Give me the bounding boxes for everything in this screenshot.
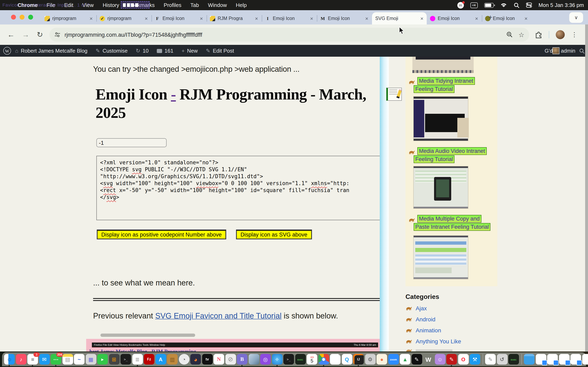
menu-bar-clock[interactable]: Mon 5 Jan 3:36 pm <box>538 2 584 8</box>
admin-updates[interactable]: ↻ 10 <box>132 48 153 54</box>
dock-terminal-2-icon[interactable]: >_ <box>283 354 294 365</box>
category-partial[interactable] <box>406 349 497 351</box>
tab-close-icon[interactable]: × <box>255 15 258 21</box>
dock-opera-icon[interactable]: O <box>458 354 468 365</box>
extensions-icon[interactable] <box>535 31 542 38</box>
admin-new[interactable]: + New <box>177 48 202 54</box>
tutorial-thumbnail-3[interactable] <box>413 235 468 279</box>
dock-doc-stack-icon[interactable] <box>582 354 588 365</box>
tab-rjm-programming[interactable]: RJM Progra × <box>207 12 261 25</box>
memo-icon[interactable] <box>386 88 402 101</box>
dock-no-sign-icon[interactable]: ⊘ <box>225 354 236 365</box>
dock-music-icon[interactable]: ♪ <box>16 354 26 365</box>
tab-emoji-icon-4[interactable]: Emoji Icon × <box>427 12 481 25</box>
category-ajax[interactable]: Ajax <box>406 305 497 312</box>
admin-search-icon[interactable] <box>579 48 585 54</box>
display-codepoint-button[interactable]: Display icon as positive codepoint Numbe… <box>97 230 226 239</box>
dock-books-icon[interactable]: ▥ <box>167 354 178 365</box>
dock-filezilla-icon[interactable]: Fz <box>144 354 154 365</box>
menu-profiles[interactable]: Profiles <box>159 2 186 8</box>
tutorial-thumbnail-1[interactable] <box>413 96 468 141</box>
dock-red-editor-icon[interactable]: ✎ <box>446 354 457 365</box>
dock-notes-icon[interactable]: ▤ <box>62 354 73 365</box>
site-settings-icon[interactable] <box>54 32 61 38</box>
url-text[interactable]: rjmprogramming.com.au/ITblog/?p=71548&jg… <box>65 32 506 38</box>
dock-downloads-folder-icon[interactable] <box>524 354 535 365</box>
dock-recycle-icon[interactable]: ↺ <box>497 354 507 365</box>
dock-maps-icon[interactable]: ▲ <box>400 354 410 365</box>
dock-zoom-icon[interactable]: zoom <box>388 354 399 365</box>
spotlight-search-icon[interactable] <box>513 2 519 8</box>
tab-emoji-icon-3[interactable]: M Emoji Icon × <box>317 12 372 25</box>
admin-customise[interactable]: ✎ Customise <box>91 48 132 54</box>
dock-apple-tv-icon[interactable]: tv <box>202 354 213 365</box>
tab-svg-emoji-active[interactable]: SVG Emoji × <box>372 12 427 25</box>
dock-doc-stack-icon[interactable] <box>559 354 570 365</box>
dock-safari-icon[interactable]: ✧ <box>272 354 282 365</box>
dock-chrome-icon[interactable] <box>318 354 329 365</box>
dock-terminal-icon[interactable]: >_ <box>121 354 131 365</box>
input-source-icon[interactable]: ≡⌘ <box>470 2 477 8</box>
window-scrollbar[interactable] <box>585 25 588 351</box>
dock-textedit-icon[interactable]: ≣ <box>132 354 143 365</box>
admin-avatar[interactable] <box>553 47 559 54</box>
category-android[interactable]: Android <box>406 316 497 323</box>
tab-emoji-icon-1[interactable]: F Emoji Icon × <box>151 12 206 25</box>
tab-rjmprogramming-1[interactable]: rjmprogram × <box>41 12 96 25</box>
dock-calculator-icon[interactable]: ⊞ <box>109 354 120 365</box>
title-dash-link[interactable]: - <box>171 86 176 103</box>
window-close-button[interactable] <box>11 15 16 20</box>
dock-palette-icon[interactable]: ● <box>376 354 387 365</box>
control-center-icon[interactable] <box>526 2 532 8</box>
tab-close-icon[interactable]: × <box>525 15 527 21</box>
window-minimize-button[interactable] <box>20 15 25 20</box>
dock-doc-stack-icon[interactable] <box>571 354 581 365</box>
tab-close-icon[interactable]: × <box>90 15 93 21</box>
dock-freeform-icon[interactable]: ~ <box>74 354 85 365</box>
dock-tooth-icon[interactable]: W <box>423 354 434 365</box>
dock-messages-icon[interactable]: ⋯204 <box>51 354 61 365</box>
zoom-level-icon[interactable] <box>506 31 513 38</box>
wifi-icon[interactable] <box>500 2 507 8</box>
tab-close-icon[interactable]: × <box>365 15 368 21</box>
category-anything-you-like[interactable]: Anything You Like <box>406 338 497 345</box>
dock-app-store-icon[interactable]: A <box>155 354 166 365</box>
tab-rjmprogramming-2[interactable]: ✓ rjmprogram × <box>96 12 151 25</box>
back-button[interactable]: ← <box>7 30 15 39</box>
dock-stickies-icon[interactable]: ✎ <box>485 354 496 365</box>
menu-tab[interactable]: Tab <box>186 2 204 8</box>
svg-emoji-favicon-tutorial-link[interactable]: SVG Emoji Favicon and Title Tutorial <box>155 312 282 320</box>
menu-window[interactable]: Window <box>204 2 232 8</box>
admin-site-name[interactable]: ⌂ Robert James Metcalfe Blog <box>11 48 91 54</box>
dock-calendar-icon[interactable]: JAN5 <box>307 354 317 365</box>
new-tab-button[interactable]: + <box>488 13 493 22</box>
dock-document-icon[interactable] <box>330 354 341 365</box>
dock-reminders-icon[interactable]: ≡3 <box>27 354 38 365</box>
dock-quicktime-icon[interactable]: Q <box>342 354 352 365</box>
display-svg-button[interactable]: Display icon as SVG above <box>236 230 312 239</box>
menu-history[interactable]: History <box>98 2 124 8</box>
dock-doc-stack-icon[interactable] <box>536 354 546 365</box>
tab-search-chevron-button[interactable]: ∨ <box>569 12 583 23</box>
sidebar-item-media-audio-video[interactable]: Media Audio Video Intranet Feeling Tutor… <box>408 150 415 156</box>
dock-xcode-icon[interactable]: ⚒ <box>470 354 480 365</box>
dock-news-icon[interactable]: N <box>214 354 224 365</box>
dock-mail-icon[interactable]: ✉ <box>39 354 50 365</box>
embedded-scrollbar-thumb[interactable] <box>100 334 195 337</box>
admin-greeting[interactable]: G'day, admin <box>545 48 575 54</box>
tab-close-icon[interactable]: × <box>475 15 478 21</box>
dock-launchpad-icon[interactable]: ▦ <box>86 354 96 365</box>
tutorial-screenshot-image[interactable]: Firefox File Edit View History Bookmarks… <box>86 339 384 351</box>
menu-help[interactable]: Help <box>231 2 251 8</box>
wordpress-logo-icon[interactable]: W <box>3 47 11 55</box>
tab-emoji-icon-2[interactable]: I Emoji Icon × <box>262 12 316 25</box>
dock-exec-icon[interactable]: exec <box>295 354 306 365</box>
dock-cat-icon[interactable]: ☺ <box>435 354 445 365</box>
category-animation[interactable]: Animation <box>406 327 497 334</box>
dock-finder-icon[interactable]: ☺ <box>4 354 15 365</box>
dock-bbedit-icon[interactable]: B <box>237 354 247 365</box>
sidebar-item-media-tidying[interactable]: Media Tidying Intranet Feeling Tutorial <box>408 80 415 86</box>
admin-comments[interactable]: 161 <box>153 48 177 54</box>
dock-system-settings-icon[interactable]: ⚙ <box>365 354 375 365</box>
battery-icon[interactable] <box>484 3 493 8</box>
